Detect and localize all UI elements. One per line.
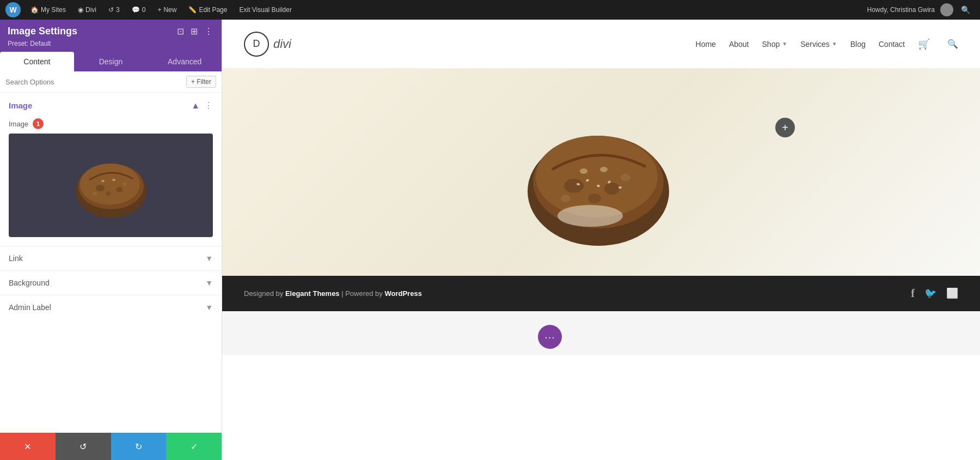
twitter-icon[interactable]: 🐦 bbox=[924, 287, 936, 300]
my-sites-label: My Sites bbox=[41, 6, 66, 14]
undo-icon: ↺ bbox=[79, 441, 87, 452]
admin-divi[interactable]: ◉ Divi bbox=[74, 0, 101, 20]
panel-scroll-area: + Filter Image ▲ ⋮ Image 1 bbox=[0, 71, 222, 433]
panel-tabs: Content Design Advanced bbox=[0, 52, 222, 71]
section-options-icon[interactable]: ⋮ bbox=[204, 100, 213, 111]
nav-about[interactable]: About bbox=[729, 40, 749, 49]
shop-dropdown-icon: ▼ bbox=[782, 41, 787, 47]
wp-logo-icon[interactable]: W bbox=[5, 2, 21, 17]
link-label: Link bbox=[9, 254, 23, 263]
fab-dots-icon: ··· bbox=[544, 331, 555, 343]
search-input[interactable] bbox=[5, 78, 182, 86]
cancel-button[interactable]: ✕ bbox=[0, 433, 56, 460]
edit-page-label: Edit Page bbox=[199, 6, 227, 14]
site-content: + Designed by Elegant Themes | Powered b… bbox=[222, 69, 980, 460]
save-button[interactable]: ✓ bbox=[166, 433, 222, 460]
image-preview[interactable] bbox=[9, 134, 213, 237]
bread-image-svg bbox=[68, 142, 155, 229]
svg-point-17 bbox=[621, 174, 630, 181]
admin-new[interactable]: + New bbox=[153, 0, 181, 20]
admin-exit-builder[interactable]: Exit Visual Builder bbox=[235, 0, 296, 20]
revisions-count: 3 bbox=[116, 6, 120, 14]
svg-point-5 bbox=[106, 191, 111, 196]
svg-point-3 bbox=[96, 185, 105, 191]
admin-search-icon[interactable]: 🔍 bbox=[957, 5, 975, 14]
facebook-icon[interactable]: f bbox=[911, 287, 915, 300]
section-collapse-icon[interactable]: ▲ bbox=[191, 101, 200, 111]
svg-point-13 bbox=[564, 179, 584, 193]
svg-point-19 bbox=[580, 168, 587, 174]
redo-icon: ↻ bbox=[135, 441, 142, 452]
panel-resize-icon[interactable]: ⊡ bbox=[176, 25, 185, 38]
panel-header: Image Settings ⊡ ⊞ ⋮ Preset: Default bbox=[0, 20, 222, 52]
comments-count: 0 bbox=[142, 6, 146, 14]
svg-point-2 bbox=[80, 164, 140, 205]
panel-header-icons: ⊡ ⊞ ⋮ bbox=[176, 25, 214, 38]
svg-point-4 bbox=[116, 187, 122, 192]
tab-content[interactable]: Content bbox=[0, 52, 74, 71]
panel-columns-icon[interactable]: ⊞ bbox=[189, 25, 199, 38]
svg-point-25 bbox=[558, 205, 623, 227]
tab-design[interactable]: Design bbox=[74, 52, 148, 71]
user-avatar[interactable] bbox=[940, 3, 953, 16]
panel-header-top: Image Settings ⊡ ⊞ ⋮ bbox=[8, 25, 214, 38]
divi-icon: ◉ bbox=[78, 6, 83, 14]
admin-edit-page[interactable]: ✏️ Edit Page bbox=[184, 0, 231, 20]
undo-button[interactable]: ↺ bbox=[56, 433, 111, 460]
image-section-header: Image ▲ ⋮ bbox=[0, 93, 222, 116]
search-bar: + Filter bbox=[0, 71, 222, 93]
svg-point-16 bbox=[561, 195, 571, 202]
panel-menu-icon[interactable]: ⋮ bbox=[203, 25, 214, 38]
svg-point-6 bbox=[93, 192, 97, 195]
site-preview: D divi Home About Shop ▼ Services ▼ bbox=[222, 20, 980, 460]
panel-preset[interactable]: Preset: Default bbox=[8, 40, 214, 47]
link-chevron-icon: ▼ bbox=[205, 254, 213, 263]
admin-label-section[interactable]: Admin Label ▼ bbox=[0, 295, 222, 319]
section-controls: ▲ ⋮ bbox=[191, 100, 213, 111]
svg-point-15 bbox=[588, 193, 601, 203]
services-dropdown-icon: ▼ bbox=[832, 41, 837, 47]
admin-revisions[interactable]: ↺ 3 bbox=[104, 0, 124, 20]
redo-button[interactable]: ↻ bbox=[111, 433, 167, 460]
logo-circle: D bbox=[244, 32, 269, 57]
nav-shop[interactable]: Shop ▼ bbox=[762, 40, 788, 49]
save-icon: ✓ bbox=[191, 441, 198, 452]
main-layout: Image Settings ⊡ ⊞ ⋮ Preset: Default Con… bbox=[0, 20, 980, 460]
panel-title: Image Settings bbox=[8, 26, 77, 37]
nav-contact[interactable]: Contact bbox=[879, 40, 905, 49]
background-label: Background bbox=[9, 279, 50, 287]
hero-bread-svg bbox=[514, 96, 688, 249]
cart-icon[interactable]: 🛒 bbox=[918, 38, 930, 50]
link-section[interactable]: Link ▼ bbox=[0, 246, 222, 270]
logo-name: divi bbox=[273, 37, 291, 51]
wp-admin-bar: W 🏠 My Sites ◉ Divi ↺ 3 💬 0 + New ✏️ Edi… bbox=[0, 0, 980, 20]
image-label-row: Image 1 bbox=[0, 116, 222, 134]
svg-point-9 bbox=[101, 180, 105, 182]
background-section[interactable]: Background ▼ bbox=[0, 270, 222, 295]
nav-blog[interactable]: Blog bbox=[850, 40, 866, 49]
admin-comments[interactable]: 💬 0 bbox=[127, 0, 150, 20]
svg-point-7 bbox=[122, 183, 127, 186]
add-icon: + bbox=[782, 122, 788, 134]
revisions-icon: ↺ bbox=[108, 6, 114, 14]
left-panel: Image Settings ⊡ ⊞ ⋮ Preset: Default Con… bbox=[0, 20, 222, 460]
tab-advanced[interactable]: Advanced bbox=[148, 52, 222, 71]
footer-social-icons: f 🐦 ⬜ bbox=[911, 287, 958, 300]
nav-search-icon[interactable]: 🔍 bbox=[947, 39, 958, 49]
instagram-icon[interactable]: ⬜ bbox=[946, 287, 958, 300]
image-badge: 1 bbox=[33, 118, 44, 129]
edit-icon: ✏️ bbox=[188, 6, 197, 14]
comment-icon: 💬 bbox=[132, 6, 140, 14]
admin-my-sites[interactable]: 🏠 My Sites bbox=[26, 0, 70, 20]
hero-section: + bbox=[222, 69, 980, 276]
nav-home[interactable]: Home bbox=[696, 40, 716, 49]
howdy-text: Howdy, Christina Gwira bbox=[867, 6, 935, 14]
site-nav: D divi Home About Shop ▼ Services ▼ bbox=[222, 20, 980, 69]
filter-button[interactable]: + Filter bbox=[186, 76, 216, 88]
exit-builder-label: Exit Visual Builder bbox=[239, 6, 292, 14]
add-module-button[interactable]: + bbox=[775, 118, 795, 137]
nav-services[interactable]: Services ▼ bbox=[800, 40, 837, 49]
action-bar: ✕ ↺ ↻ ✓ bbox=[0, 433, 222, 460]
new-label: New bbox=[163, 6, 176, 14]
purple-fab-button[interactable]: ··· bbox=[538, 325, 562, 349]
